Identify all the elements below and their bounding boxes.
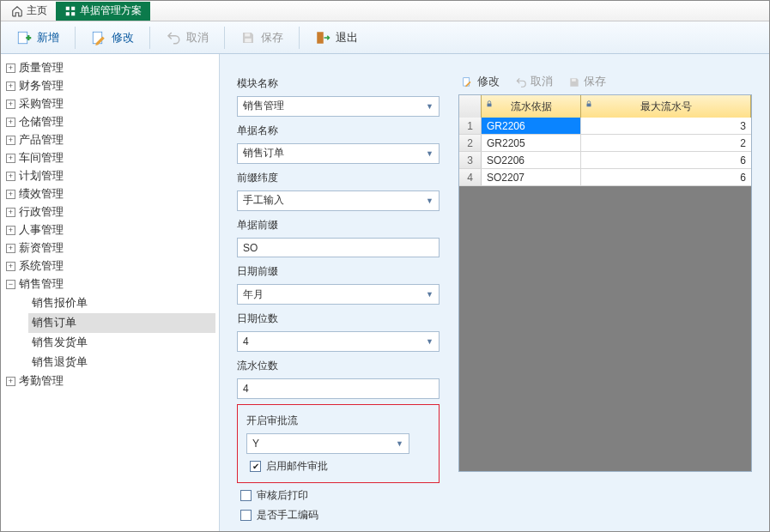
toolbar-sep [299,27,300,49]
tree-expand-icon[interactable]: + [6,100,15,109]
disk-icon [568,76,580,88]
tree-node[interactable]: +系统管理 [4,257,215,275]
tree-expand-icon[interactable]: + [6,63,15,73]
exit-button[interactable]: 退出 [305,27,368,49]
tree-node[interactable]: +薪资管理 [4,239,215,257]
tree-node[interactable]: +车间管理 [4,149,215,167]
grid-col-serial[interactable]: 流水依据 [482,95,581,118]
tab-home[interactable]: 主页 [4,2,54,20]
svg-rect-0 [66,6,70,9]
tree-node[interactable]: +考勤管理 [4,372,215,390]
plus-icon [16,30,32,45]
tree-node[interactable]: +仓储管理 [4,113,215,131]
module-select[interactable]: 销售管理▼ [237,96,440,117]
tree-node[interactable]: +产品管理 [4,131,215,149]
approval-select[interactable]: Y▼ [246,433,409,454]
tree-expand-icon[interactable]: + [6,208,15,217]
date-prefix-label: 日期前缀 [237,264,440,279]
right-edit-button[interactable]: 修改 [462,75,500,89]
content-area: 模块名称 销售管理▼ 单据名称 销售订单▼ 前缀纬度 手工输入▼ 单据前缀 SO… [220,54,769,531]
tree-node-label: 行政管理 [19,205,64,220]
lock-icon [585,100,593,108]
home-icon [11,5,23,17]
undo-icon [515,76,527,88]
tree-node-label: 薪资管理 [19,241,64,256]
tree-node[interactable]: +质量管理 [4,59,215,77]
row-number: 3 [459,152,482,168]
print-after-audit-checkbox[interactable]: 审核后打印 [237,488,440,503]
tree-expand-icon[interactable]: + [6,172,15,181]
manual-code-checkbox[interactable]: 是否手工编码 [237,508,440,523]
bill-prefix-input[interactable]: SO [237,238,440,258]
chevron-down-icon: ▼ [426,149,434,158]
tree-leaf[interactable]: 销售发货单 [28,333,215,353]
toolbar-sep [149,27,150,49]
bill-select[interactable]: 销售订单▼ [237,143,440,164]
new-button[interactable]: 新增 [6,27,70,49]
sidebar-tree[interactable]: +质量管理+财务管理+采购管理+仓储管理+产品管理+车间管理+计划管理+绩效管理… [1,54,220,531]
cancel-button: 取消 [155,27,219,49]
approval-highlight-box: 开启审批流 Y▼ ✔ 启用邮件审批 [237,404,440,483]
date-prefix-select[interactable]: 年月▼ [237,284,440,305]
cell-max: 6 [581,169,751,185]
edit-button[interactable]: 修改 [81,27,144,49]
row-number: 1 [459,118,482,134]
cell-serial: SO2207 [482,169,581,185]
tree-leaf[interactable]: 销售退货单 [28,353,215,372]
tree-node[interactable]: +人事管理 [4,221,215,239]
tree-node[interactable]: +绩效管理 [4,185,215,203]
tree-expand-icon[interactable]: + [6,377,15,386]
svg-rect-10 [572,78,576,81]
table-row[interactable]: 4SO22076 [459,169,751,186]
tree-node[interactable]: +采购管理 [4,95,215,113]
tree-node[interactable]: +行政管理 [4,203,215,221]
tree-expand-icon[interactable]: + [6,118,15,127]
lock-icon [485,100,494,108]
prefix-dim-select[interactable]: 手工输入▼ [237,190,440,211]
main-toolbar: 新增 修改 取消 保存 退出 [1,21,769,54]
undo-icon [166,30,181,45]
tab-bar: 主页 单据管理方案 [1,1,769,21]
tree-expand-icon[interactable]: + [6,244,15,253]
svg-rect-12 [587,104,591,107]
tree-expand-icon[interactable]: + [6,154,15,163]
grid-col-max[interactable]: 最大流水号 [581,95,751,118]
row-number: 4 [459,169,482,185]
date-digits-select[interactable]: 4▼ [237,331,440,352]
svg-rect-4 [18,32,27,44]
tab-active-label: 单据管理方案 [80,3,142,18]
tree-collapse-icon[interactable]: − [6,280,15,289]
tree-node[interactable]: −销售管理 [4,275,215,293]
tree-expand-icon[interactable]: + [6,262,15,271]
table-row[interactable]: 3SO22066 [459,152,751,169]
right-cancel-button: 取消 [515,75,553,89]
tree-node-label: 产品管理 [19,133,64,148]
tree-expand-icon[interactable]: + [6,136,15,145]
svg-rect-2 [66,12,70,15]
serial-grid[interactable]: 流水依据 最大流水号 1GR220632GR220523SO220664SO22… [458,94,752,472]
tree-expand-icon[interactable]: + [6,190,15,199]
email-approval-checkbox[interactable]: ✔ 启用邮件审批 [246,459,430,474]
table-row[interactable]: 2GR22052 [459,135,751,152]
tree-expand-icon[interactable]: + [6,82,15,91]
tree-node-label: 财务管理 [19,79,64,94]
right-column: 修改 取消 保存 流水依据 [458,75,752,523]
tab-active[interactable]: 单据管理方案 [56,2,150,21]
module-label: 模块名称 [237,76,440,91]
tree-node[interactable]: +计划管理 [4,167,215,185]
chevron-down-icon: ▼ [426,102,434,111]
cell-max: 3 [581,118,751,134]
table-row[interactable]: 1GR22063 [459,118,751,135]
tree-node[interactable]: +财务管理 [4,77,215,95]
tree-node-label: 仓储管理 [19,115,64,130]
cell-max: 2 [581,135,751,151]
tree-expand-icon[interactable]: + [6,226,15,235]
main-area: +质量管理+财务管理+采购管理+仓储管理+产品管理+车间管理+计划管理+绩效管理… [1,54,769,531]
tree-node-label: 绩效管理 [19,187,64,202]
right-toolbar: 修改 取消 保存 [458,75,752,94]
tree-leaf[interactable]: 销售报价单 [28,293,215,313]
prefix-dim-label: 前缀纬度 [237,171,440,185]
date-digits-label: 日期位数 [237,311,440,326]
serial-digits-input[interactable]: 4 [237,378,440,399]
tree-leaf[interactable]: 销售订单 [28,313,215,333]
